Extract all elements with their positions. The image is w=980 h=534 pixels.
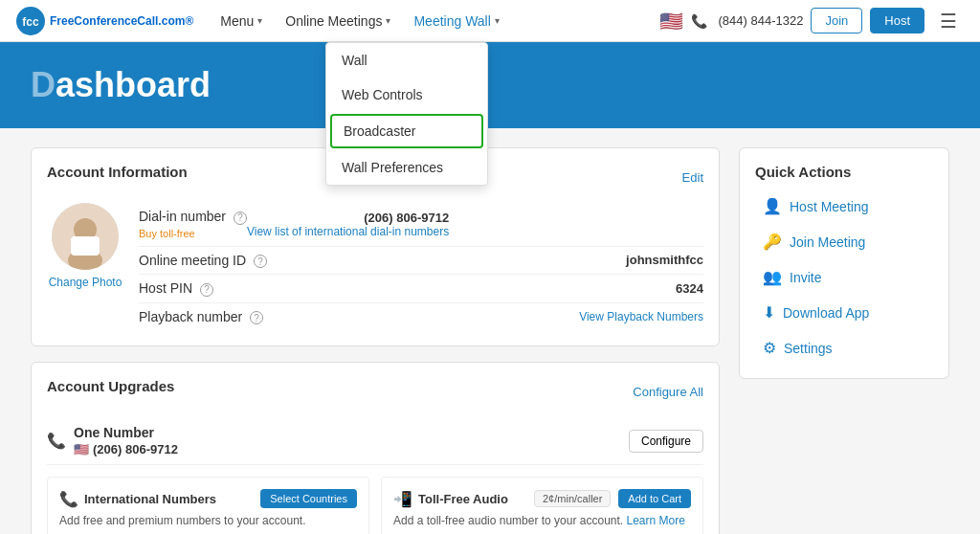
toll-free-title: Toll-Free Audio (418, 492, 508, 506)
avatar-image (52, 203, 119, 270)
menu-nav-item[interactable]: Menu ▾ (209, 0, 274, 42)
view-playback-link[interactable]: View Playback Numbers (263, 310, 703, 323)
playback-row: Playback number ? View Playback Numbers (139, 303, 703, 331)
join-meeting-icon: 🔑 (763, 233, 782, 251)
meeting-wall-label: Meeting Wall (413, 13, 490, 29)
one-number-flag-icon: 🇺🇸 (74, 442, 89, 456)
meeting-wall-dropdown: Wall Web Controls Broadcaster Wall Prefe… (325, 42, 488, 186)
account-upgrades-card: Account Upgrades Configure All 📞 One Num… (31, 362, 720, 534)
navbar-right: 🇺🇸 📞 (844) 844-1322 Join Host ☰ (659, 8, 966, 33)
settings-label: Settings (784, 341, 833, 356)
host-meeting-icon: 👤 (763, 197, 782, 215)
toll-free-learn-more[interactable]: Learn More (626, 514, 684, 527)
invite-icon: 👥 (763, 268, 782, 286)
one-number-row: 📞 One Number 🇺🇸 (206) 806-9712 Configure (47, 417, 703, 465)
quick-action-settings[interactable]: ⚙ Settings (755, 333, 933, 363)
download-app-label: Download App (783, 305, 869, 321)
hero-title: Dashboard (31, 65, 949, 105)
configure-all-link[interactable]: Configure All (633, 385, 703, 399)
upgrade-international-numbers: 📞 International Numbers Select Countries… (47, 477, 369, 534)
svg-rect-5 (71, 236, 100, 256)
playback-tooltip-icon[interactable]: ? (250, 311, 263, 324)
toll-free-add-cart-button[interactable]: Add to Cart (618, 489, 691, 508)
dial-in-number: (206) 806-9712 (247, 211, 449, 225)
playback-label: Playback number ? (139, 309, 263, 325)
intl-numbers-title-row: 📞 International Numbers (59, 490, 216, 508)
svg-text:fcc: fcc (22, 15, 39, 29)
dropdown-item-wall-preferences[interactable]: Wall Preferences (326, 150, 487, 185)
intl-numbers-desc: Add free and premium numbers to your acc… (59, 514, 357, 527)
meeting-wall-nav-item[interactable]: Meeting Wall ▾ (402, 0, 510, 42)
toll-free-title-row: 📲 Toll-Free Audio (393, 490, 508, 508)
dial-in-row: Dial-in number ? Buy toll-free (206) 806… (139, 203, 703, 247)
one-number-sub: 🇺🇸 (206) 806-9712 (74, 442, 178, 456)
host-pin-label-text: Host PIN (139, 280, 192, 296)
invite-label: Invite (790, 270, 821, 285)
meeting-id-tooltip-icon[interactable]: ? (254, 255, 267, 268)
logo-icon: fcc (15, 6, 46, 36)
host-button[interactable]: Host (870, 8, 924, 33)
hero-title-text: ashboard (56, 65, 211, 104)
dropdown-item-wall[interactable]: Wall (326, 43, 487, 78)
dropdown-wall-label: Wall (342, 53, 368, 68)
quick-action-join-meeting[interactable]: 🔑 Join Meeting (755, 227, 933, 256)
intl-dial-in-link[interactable]: View list of international dial-in numbe… (247, 225, 449, 238)
dial-in-label-text: Dial-in number (139, 209, 226, 224)
one-number-info: One Number 🇺🇸 (206) 806-9712 (74, 425, 178, 456)
select-countries-button[interactable]: Select Countries (260, 489, 357, 508)
meeting-id-label-text: Online meeting ID (139, 253, 246, 268)
toll-free-header: 📲 Toll-Free Audio 2¢/min/caller Add to C… (393, 489, 691, 508)
online-meetings-nav-item[interactable]: Online Meetings ▾ (274, 0, 402, 42)
quick-actions-title: Quick Actions (755, 164, 933, 180)
dropdown-item-broadcaster[interactable]: Broadcaster (330, 114, 483, 148)
host-pin-value: 6324 (213, 281, 703, 296)
brand-logo[interactable]: fcc FreeConferenceCall.com® (15, 6, 193, 36)
host-pin-tooltip-icon[interactable]: ? (200, 283, 213, 297)
phone-icon: 📞 (691, 13, 707, 29)
join-button[interactable]: Join (811, 8, 862, 33)
one-number-title: One Number (74, 425, 178, 440)
quick-action-invite[interactable]: 👥 Invite (755, 262, 933, 292)
phone-number: (844) 844-1322 (719, 13, 804, 28)
hamburger-icon[interactable]: ☰ (932, 10, 965, 33)
meeting-wall-chevron-icon: ▾ (495, 15, 500, 26)
change-photo-link[interactable]: Change Photo (49, 276, 122, 289)
online-meetings-chevron-icon: ▾ (386, 15, 390, 26)
dropdown-wall-preferences-label: Wall Preferences (342, 160, 443, 175)
edit-link[interactable]: Edit (682, 170, 703, 185)
buy-toll-free-link[interactable]: Buy toll-free (139, 228, 195, 239)
menu-chevron-icon: ▾ (257, 15, 262, 26)
hero-section: Dashboard (0, 42, 980, 128)
quick-actions-card: Quick Actions 👤 Host Meeting 🔑 Join Meet… (739, 147, 949, 379)
one-number-left: 📞 One Number 🇺🇸 (206) 806-9712 (47, 425, 178, 456)
flag-icon: 🇺🇸 (659, 10, 683, 33)
main-content: Account Information Edit Change Photo (0, 128, 980, 534)
right-column: Quick Actions 👤 Host Meeting 🔑 Join Meet… (739, 147, 949, 534)
brand-name: FreeConferenceCall.com® (50, 14, 193, 28)
quick-action-download-app[interactable]: ⬇ Download App (755, 298, 933, 327)
upgrades-title: Account Upgrades (47, 378, 174, 394)
navbar: fcc FreeConferenceCall.com® Menu ▾ Onlin… (0, 0, 980, 42)
toll-free-price: 2¢/min/caller (534, 490, 611, 507)
upgrade-toll-free: 📲 Toll-Free Audio 2¢/min/caller Add to C… (381, 477, 703, 534)
quick-action-host-meeting[interactable]: 👤 Host Meeting (755, 191, 933, 221)
toll-free-actions: 2¢/min/caller Add to Cart (534, 489, 691, 508)
quick-actions-list: 👤 Host Meeting 🔑 Join Meeting 👥 Invite ⬇… (755, 191, 933, 363)
toll-free-desc: Add a toll-free audio number to your acc… (393, 514, 691, 527)
intl-numbers-icon: 📞 (59, 490, 78, 508)
dial-in-value-section: (206) 806-9712 View list of internationa… (247, 211, 449, 238)
playback-label-text: Playback number (139, 309, 242, 324)
meeting-id-row: Online meeting ID ? johnsmithfcc (139, 247, 703, 276)
settings-icon: ⚙ (763, 339, 776, 357)
toll-free-icon: 📲 (393, 490, 412, 508)
dropdown-item-web-controls[interactable]: Web Controls (326, 78, 487, 112)
online-meetings-label: Online Meetings (285, 13, 382, 29)
dial-in-tooltip-icon[interactable]: ? (234, 211, 247, 225)
menu-label: Menu (220, 13, 254, 29)
configure-button[interactable]: Configure (629, 430, 703, 453)
host-pin-label: Host PIN ? (139, 280, 213, 297)
upgrades-header: Account Upgrades Configure All (47, 378, 703, 406)
one-number-phone: (206) 806-9712 (93, 442, 178, 456)
dropdown-broadcaster-label: Broadcaster (344, 123, 415, 139)
intl-numbers-header: 📞 International Numbers Select Countries (59, 489, 357, 508)
